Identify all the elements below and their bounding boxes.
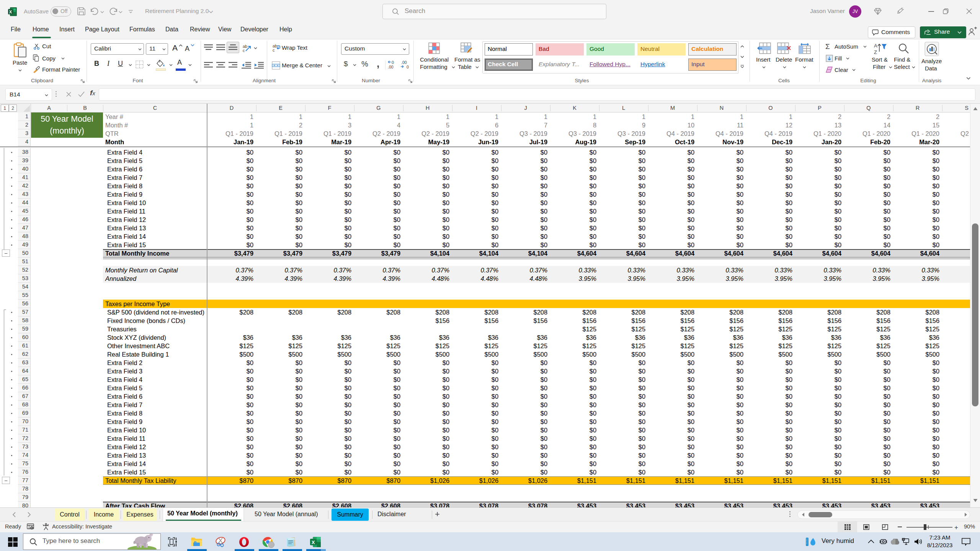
svg-text:.00: .00 <box>388 65 394 69</box>
svg-text:.00: .00 <box>401 60 407 65</box>
svg-text:c: c <box>273 48 275 52</box>
svg-text:A: A <box>874 43 877 49</box>
svg-text:c: c <box>243 48 245 52</box>
svg-text:0: 0 <box>392 60 394 65</box>
svg-text:0: 0 <box>407 65 409 69</box>
svg-text:X: X <box>312 540 315 545</box>
svg-text:X: X <box>9 10 12 14</box>
svg-text:Z: Z <box>874 49 877 55</box>
